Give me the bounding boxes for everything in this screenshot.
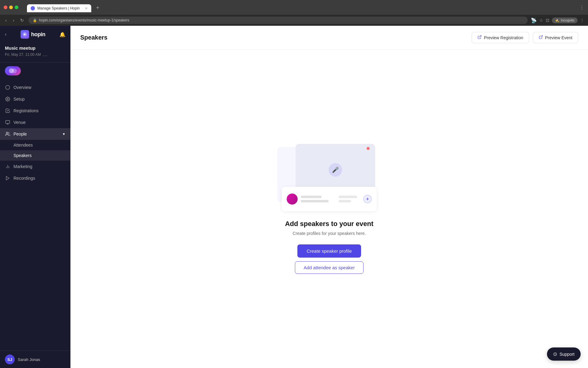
sidebar-item-venue[interactable]: Venue	[0, 117, 70, 128]
browser-addressbar: ‹ › ↻ 🔒 hopin.com/organisers/events/musi…	[0, 15, 588, 26]
browser-chrome: Manage Speakers | Hopin ✕ ＋ ⋮ ‹ › ↻ 🔒 ho…	[0, 0, 588, 26]
svg-point-5	[6, 132, 8, 134]
attendees-label: Attendees	[13, 143, 33, 148]
recordings-icon	[5, 175, 10, 181]
tab-close-icon[interactable]: ✕	[85, 6, 88, 10]
incognito-icon: 🕵	[555, 18, 559, 22]
user-avatar: SJ	[5, 355, 15, 364]
support-label: Support	[560, 352, 575, 357]
svg-rect-4	[6, 121, 9, 123]
event-date-text: Fri, May 27, 11:00 AM	[5, 52, 41, 57]
svg-line-8	[540, 36, 542, 37]
empty-state-subtitle: Create profiles for your speakers here.	[293, 231, 366, 236]
illustration-speaker-card: +	[282, 187, 377, 211]
preview-event-button[interactable]: Preview Event	[533, 32, 578, 43]
support-button[interactable]: ⊙ Support	[547, 347, 581, 361]
hopin-logo: hopin	[21, 30, 45, 39]
back-icon[interactable]: ‹	[5, 32, 6, 37]
venue-icon	[5, 120, 10, 125]
browser-action-icons: 📡 ☆ ⊡ 🕵 Incognito ⋮	[531, 17, 584, 23]
illustration-mic-circle: 🎤	[329, 163, 342, 177]
sidebar-item-attendees[interactable]: Attendees	[0, 140, 70, 150]
event-date: Fri, May 27, 11:00 AM …	[5, 52, 66, 57]
event-name: Music meetup	[5, 45, 66, 51]
address-bar[interactable]: 🔒 hopin.com/organisers/events/music-meet…	[28, 17, 528, 24]
sidebar: ‹ hopin 🔔 Music meetup Fri, May 27, 11:0…	[0, 26, 70, 368]
speakers-label: Speakers	[13, 153, 32, 158]
registrations-icon	[5, 108, 10, 113]
sidebar-item-recordings[interactable]: Recordings	[0, 172, 70, 184]
main-header: Speakers Preview Registration Preview Ev…	[70, 26, 588, 50]
lock-icon: 🔒	[33, 18, 37, 22]
sidebar-item-speakers[interactable]: Speakers	[0, 150, 70, 161]
people-sub-nav: Attendees Speakers	[0, 140, 70, 161]
sidebar-item-setup[interactable]: Setup	[0, 93, 70, 105]
minimize-window-dot[interactable]	[9, 6, 13, 9]
venue-label: Venue	[13, 120, 26, 125]
maximize-window-dot[interactable]	[15, 6, 18, 9]
sidebar-nav: Overview Setup Registrations Venue	[0, 79, 70, 186]
svg-line-7	[479, 36, 481, 37]
header-actions: Preview Registration Preview Event	[472, 32, 578, 43]
window-menu-icon[interactable]: ⋮	[579, 5, 584, 10]
event-info: Music meetup Fri, May 27, 11:00 AM …	[0, 43, 70, 63]
svg-point-2	[12, 68, 17, 73]
people-label: People	[13, 132, 27, 136]
tab-title: Manage Speakers | Hopin	[37, 6, 80, 10]
url-text: hopin.com/organisers/events/music-meetup…	[39, 18, 129, 22]
preview-registration-button[interactable]: Preview Registration	[472, 32, 529, 43]
back-button[interactable]: ‹	[4, 17, 8, 23]
notification-bell-icon[interactable]: 🔔	[59, 32, 66, 37]
hopin-logo-icon	[21, 30, 29, 39]
user-initials: SJ	[7, 357, 12, 362]
add-attendee-as-speaker-button[interactable]: Add attendee as speaker	[295, 261, 364, 274]
forward-button[interactable]: ›	[11, 17, 16, 23]
illustration-rec-dot	[367, 147, 370, 150]
setup-icon	[5, 96, 10, 102]
cast-icon[interactable]: 📡	[531, 17, 537, 23]
close-window-dot[interactable]	[4, 6, 7, 9]
main-content: Speakers Preview Registration Preview Ev…	[70, 26, 588, 368]
active-browser-tab[interactable]: Manage Speakers | Hopin ✕	[27, 4, 91, 12]
event-avatar-section	[0, 63, 70, 79]
speakers-illustration: 🎤 +	[277, 144, 381, 211]
create-speaker-label: Create speaker profile	[307, 248, 352, 254]
illustration-text-lines	[301, 196, 336, 202]
create-speaker-profile-button[interactable]: Create speaker profile	[297, 244, 361, 258]
split-view-icon[interactable]: ⊡	[546, 18, 549, 23]
illustration-avatar	[287, 194, 298, 205]
sidebar-item-overview[interactable]: Overview	[0, 82, 70, 93]
reload-button[interactable]: ↻	[19, 17, 25, 23]
hopin-logo-text: hopin	[31, 31, 45, 38]
sidebar-item-people[interactable]: People ▼	[0, 128, 70, 140]
preview-event-label: Preview Event	[545, 35, 572, 40]
external-link-icon	[477, 35, 482, 40]
browser-titlebar: Manage Speakers | Hopin ✕ ＋ ⋮	[0, 0, 588, 15]
sidebar-item-marketing[interactable]: Marketing	[0, 161, 70, 172]
incognito-badge[interactable]: 🕵 Incognito	[552, 17, 578, 23]
illustration-right-line-1	[339, 196, 357, 198]
bookmark-star-icon[interactable]: ☆	[539, 18, 543, 23]
people-icon	[5, 131, 10, 137]
page-title: Speakers	[80, 34, 107, 41]
preview-registration-label: Preview Registration	[484, 35, 523, 40]
illustration-add-icon: +	[363, 195, 372, 203]
new-tab-button[interactable]: ＋	[94, 2, 102, 12]
illustration-mic-icon: 🎤	[332, 167, 339, 173]
recordings-label: Recordings	[13, 176, 35, 181]
marketing-icon	[5, 164, 10, 169]
sidebar-footer: SJ Sarah Jonas	[0, 351, 70, 368]
incognito-label: Incognito	[561, 18, 575, 22]
chevron-down-icon: ▼	[62, 132, 66, 136]
empty-state-title: Add speakers to your event	[285, 220, 374, 228]
illustration-right-line-2	[339, 200, 351, 202]
illustration-line-1	[301, 196, 322, 198]
content-area: 🎤 +	[70, 50, 588, 368]
more-options-icon[interactable]: ⋮	[580, 18, 584, 23]
tab-favicon	[31, 6, 35, 10]
overview-label: Overview	[13, 85, 31, 90]
event-more-options-icon[interactable]: …	[43, 52, 47, 57]
support-icon: ⊙	[553, 351, 557, 357]
user-name: Sarah Jonas	[18, 357, 40, 362]
sidebar-item-registrations[interactable]: Registrations	[0, 105, 70, 117]
